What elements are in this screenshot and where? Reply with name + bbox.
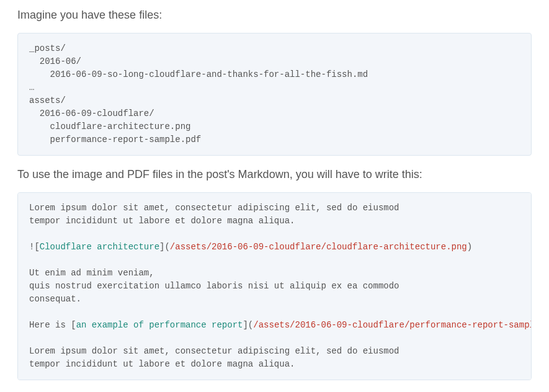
markdown-example-code-block[interactable]: Lorem ipsum dolor sit amet, consectetur … bbox=[17, 192, 532, 380]
intro-paragraph-2: To use the image and PDF files in the po… bbox=[17, 168, 532, 181]
image-url: /assets/2016-06-09-cloudflare/cloudflare… bbox=[170, 242, 467, 252]
link-syntax-prefix: Here is [ bbox=[29, 320, 76, 330]
intro-paragraph-1: Imagine you have these files: bbox=[17, 9, 532, 22]
link-url: /assets/2016-06-09-cloudflare/performanc… bbox=[253, 320, 532, 330]
file-tree-code-block: _posts/ 2016-06/ 2016-06-09-so-long-clou… bbox=[17, 33, 532, 156]
image-syntax-mid: ]( bbox=[159, 242, 170, 252]
code-text: Lorem ipsum dolor sit amet, consectetur … bbox=[29, 203, 399, 226]
link-text: an example of performance report bbox=[76, 320, 243, 330]
image-syntax-prefix: ![ bbox=[29, 242, 40, 252]
code-text: Lorem ipsum dolor sit amet, consectetur … bbox=[29, 346, 399, 369]
link-syntax-mid: ]( bbox=[243, 320, 253, 330]
image-alt-text: Cloudflare architecture bbox=[40, 242, 159, 252]
code-text: Ut enim ad minim veniam, quis nostrud ex… bbox=[29, 268, 399, 304]
image-syntax-suffix: ) bbox=[467, 242, 472, 252]
